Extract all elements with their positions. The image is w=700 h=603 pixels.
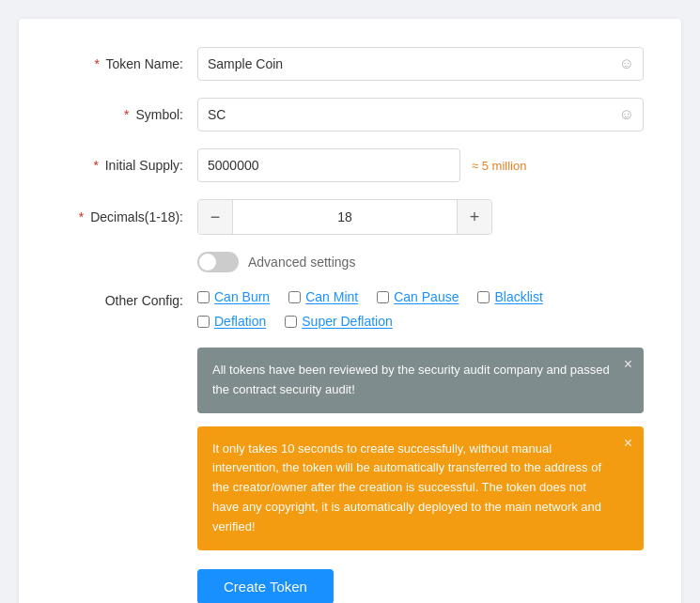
can-pause-item[interactable]: Can Pause (377, 289, 459, 304)
symbol-label: * Symbol: (56, 107, 197, 122)
supply-approx: ≈ 5 million (472, 159, 526, 173)
required-star-decimals: * (79, 209, 84, 224)
other-config-label: Other Config: (56, 289, 197, 308)
decimals-input[interactable] (232, 200, 458, 234)
messages-area: All tokens have been reviewed by the sec… (197, 348, 644, 550)
decimals-row: * Decimals(1-18): − + (56, 199, 644, 235)
can-pause-checkbox[interactable] (377, 291, 389, 303)
blacklist-label: Blacklist (494, 289, 542, 304)
required-star-symbol: * (124, 107, 129, 122)
decimals-stepper-control: − + (197, 199, 492, 235)
increment-button[interactable]: + (458, 200, 491, 234)
token-name-row: * Token Name: ☺ (56, 47, 644, 81)
can-pause-label: Can Pause (394, 289, 459, 304)
initial-supply-label: * Initial Supply: (56, 158, 197, 173)
yellow-info-text: It only takes 10 seconds to create succe… (212, 441, 601, 533)
token-name-input[interactable] (197, 47, 644, 81)
super-deflation-item[interactable]: Super Deflation (285, 314, 393, 329)
create-token-button[interactable]: Create Token (197, 569, 334, 603)
token-name-label: * Token Name: (56, 56, 197, 71)
supply-row-content: ≈ 5 million (197, 148, 644, 182)
yellow-info-box: It only takes 10 seconds to create succe… (197, 426, 644, 550)
deflation-label: Deflation (214, 314, 266, 329)
super-deflation-checkbox[interactable] (285, 316, 297, 328)
emoji-icon-name[interactable]: ☺ (619, 55, 634, 72)
symbol-input-wrapper: ☺ (197, 98, 644, 131)
advanced-toggle[interactable] (197, 252, 239, 272)
can-burn-checkbox[interactable] (197, 291, 210, 303)
can-mint-label: Can Mint (305, 289, 358, 304)
initial-supply-input[interactable] (197, 148, 460, 182)
can-burn-label: Can Burn (214, 289, 270, 304)
advanced-label: Advanced settings (248, 255, 355, 270)
gray-info-box: All tokens have been reviewed by the sec… (197, 348, 644, 413)
super-deflation-label: Super Deflation (302, 314, 393, 329)
other-config-row: Other Config: Can Burn Can Mint Can Paus… (56, 289, 644, 338)
symbol-input[interactable] (197, 98, 644, 131)
symbol-row: * Symbol: ☺ (56, 98, 644, 131)
blacklist-item[interactable]: Blacklist (477, 289, 542, 304)
token-name-input-wrapper: ☺ (197, 47, 644, 81)
token-form: * Token Name: ☺ * Symbol: ☺ * Initial Su… (19, 19, 681, 603)
can-mint-checkbox[interactable] (288, 291, 301, 303)
emoji-icon-symbol[interactable]: ☺ (619, 106, 634, 123)
blacklist-checkbox[interactable] (477, 291, 490, 303)
required-star-supply: * (93, 158, 98, 173)
config-row-2: Deflation Super Deflation (197, 314, 644, 329)
advanced-settings-row: Advanced settings (197, 252, 644, 272)
config-options: Can Burn Can Mint Can Pause Blacklist (197, 289, 644, 338)
required-star: * (94, 56, 99, 71)
can-burn-item[interactable]: Can Burn (197, 289, 270, 304)
deflation-item[interactable]: Deflation (197, 314, 266, 329)
yellow-box-close[interactable]: × (624, 436, 632, 451)
initial-supply-row: * Initial Supply: ≈ 5 million (56, 148, 644, 182)
decimals-label: * Decimals(1-18): (56, 209, 197, 224)
config-row-1: Can Burn Can Mint Can Pause Blacklist (197, 289, 644, 304)
can-mint-item[interactable]: Can Mint (288, 289, 358, 304)
toggle-slider (197, 252, 239, 272)
gray-info-text: All tokens have been reviewed by the sec… (212, 363, 610, 396)
deflation-checkbox[interactable] (197, 316, 210, 328)
decimals-stepper: − + (197, 199, 492, 235)
gray-box-close[interactable]: × (624, 357, 632, 372)
decrement-button[interactable]: − (198, 200, 232, 234)
